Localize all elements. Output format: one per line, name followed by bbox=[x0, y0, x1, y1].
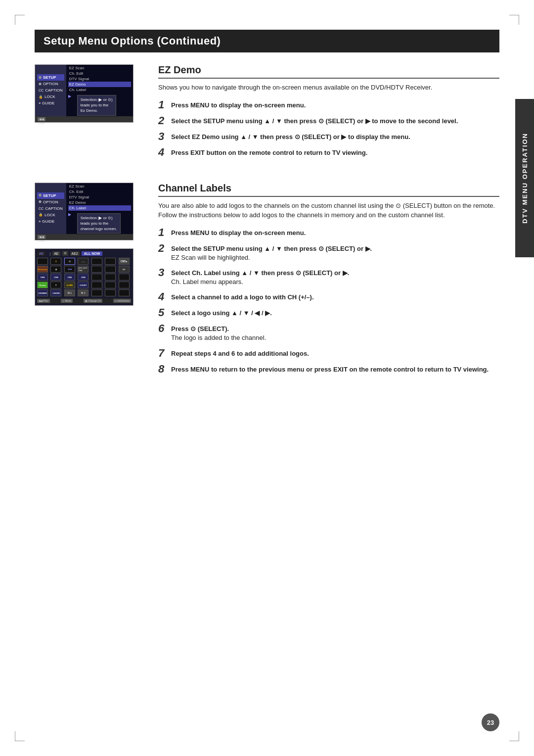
logo-cell: InTMN bbox=[64, 282, 75, 288]
logo-cell bbox=[91, 282, 102, 288]
menu2-item-guide: ≡ GUIDE bbox=[37, 218, 64, 225]
logo-cell bbox=[105, 282, 116, 288]
logo-cell: ✦ bbox=[50, 282, 61, 288]
menu-item-lock: 🔒 LOCK bbox=[37, 94, 64, 100]
logo-cell: CASMAN bbox=[37, 289, 48, 296]
cl-step-2-text: Select the SETUP menu using ▲ / ▼ then p… bbox=[171, 243, 372, 262]
logo-cell: —— bbox=[78, 258, 89, 265]
ez-demo-step-3: 3 Select EZ Demo using ▲ / ▼ then press … bbox=[158, 131, 499, 142]
logo-bottom-bar: ◀◀ Prev ◇ Move ▣ Change Ch ⊙ Add/Delete bbox=[37, 298, 131, 303]
step-2-number: 2 bbox=[158, 115, 167, 126]
cl-step-3: 3 Select Ch. Label using ▲ / ▼ then pres… bbox=[158, 267, 499, 286]
menu-screen-1: ⚙ SETUP ✿ OPTION CC CAPTION bbox=[35, 64, 134, 123]
submenu2-ezscan: EZ Scan bbox=[68, 184, 131, 189]
logo-cell bbox=[37, 258, 48, 265]
cl-step-8-number: 8 bbox=[158, 364, 167, 375]
logo-cell: M 1 bbox=[64, 289, 75, 296]
cl-step-2: 2 Select the SETUP menu using ▲ / ▼ then… bbox=[158, 243, 499, 262]
menu-item-setup: ⚙ SETUP bbox=[37, 74, 64, 81]
ez-demo-instructions: EZ Demo Shows you how to navigate throug… bbox=[158, 64, 499, 168]
channel-labels-description: You are also able to add logos to the ch… bbox=[158, 201, 499, 220]
channel-labels-section: ⚙ SETUP ✿ OPTION CC CAPTION bbox=[35, 183, 499, 384]
channel-labels-left: ⚙ SETUP ✿ OPTION CC CAPTION bbox=[35, 183, 143, 384]
cl-step-6-number: 6 bbox=[158, 323, 167, 334]
logo-cell bbox=[91, 289, 102, 296]
ez-demo-section: ⚙ SETUP ✿ OPTION CC CAPTION bbox=[35, 64, 499, 168]
logo-cell: ⊙ bbox=[64, 258, 75, 265]
submenu-ezdemo: EZ Demo bbox=[68, 82, 131, 87]
cl-step-7-text: Repeat steps 4 and 6 to add additional l… bbox=[171, 348, 309, 358]
logo-cell: QVC QVC CBS bbox=[78, 266, 89, 273]
ez-demo-step-1: 1 Press MENU to display the on-screen me… bbox=[158, 99, 499, 110]
logo-cell bbox=[91, 274, 102, 281]
logo-cell bbox=[91, 258, 102, 265]
logo-cell bbox=[105, 258, 116, 265]
ez-demo-description: Shows you how to navigate through the on… bbox=[158, 83, 499, 93]
ez-demo-title: EZ Demo bbox=[158, 64, 499, 79]
menu2-item-caption: CC CAPTION bbox=[37, 205, 64, 212]
channel-labels-instructions: Channel Labels You are also able to add … bbox=[158, 183, 499, 384]
cl-step-4-number: 4 bbox=[158, 291, 167, 302]
cl-step-1: 1 Press MENU to display the on-screen me… bbox=[158, 227, 499, 238]
logo-cell: M J bbox=[78, 289, 89, 296]
logo-cell bbox=[119, 289, 130, 296]
channel-labels-title: Channel Labels bbox=[158, 183, 499, 197]
submenu-ezscan: EZ Scan bbox=[68, 65, 131, 71]
menu2-item-lock: 🔒 LOCK bbox=[37, 212, 64, 218]
logo-cell: CNN bbox=[37, 274, 48, 281]
cl-step-7: 7 Repeat steps 4 and 6 to add additional… bbox=[158, 348, 499, 359]
logo-cell: CNN bbox=[50, 274, 61, 281]
submenu-chedit: Ch. Edit bbox=[68, 71, 131, 76]
menu-screen-2: ⚙ SETUP ✿ OPTION CC CAPTION bbox=[35, 183, 134, 241]
cl-step-5-text: Select a logo using ▲ / ▼ / ◀ / ▶. bbox=[171, 307, 272, 318]
menu-item-guide: ≡ GUIDE bbox=[37, 100, 64, 106]
logo-cell: CNN bbox=[64, 274, 75, 281]
logo-cell bbox=[91, 266, 102, 273]
logo-cell: CASNN bbox=[50, 289, 61, 296]
submenu-dtvsignal: DTV Signal bbox=[68, 76, 131, 82]
logo-cell: ☆ bbox=[50, 258, 61, 265]
logo-cell bbox=[105, 274, 116, 281]
logo-cell bbox=[105, 266, 116, 273]
submenu2-chlabel: Ch. Label bbox=[68, 205, 131, 211]
cl-step-3-number: 3 bbox=[158, 267, 167, 278]
ez-demo-steps: 1 Press MENU to display the on-screen me… bbox=[158, 99, 499, 158]
cl-step-4: 4 Select a channel to add a logo to with… bbox=[158, 291, 499, 302]
ez-demo-step-4: 4 Press EXIT button on the remote contro… bbox=[158, 147, 499, 158]
cl-step-3-text: Select Ch. Label using ▲ / ▼ then press … bbox=[171, 267, 349, 286]
cl-step-1-number: 1 bbox=[158, 227, 167, 238]
menu-prev-1: ◀◀ Prev bbox=[35, 116, 133, 122]
logo-top-bar: AE | AE ⊙ AE2 ALL NOW bbox=[37, 251, 131, 256]
submenu-popup-2: Selection (▶ or ⊙)leads you to thechanne… bbox=[77, 213, 121, 234]
logo-cell: CBS● bbox=[119, 258, 130, 265]
menu-prev-2: ◀◀ Prev bbox=[35, 234, 133, 240]
step-2-text: Select the SETUP menu using ▲ / ▼ then p… bbox=[171, 115, 458, 126]
ez-demo-menu-screenshot: ⚙ SETUP ✿ OPTION CC CAPTION bbox=[35, 64, 143, 168]
channel-labels-layout: ⚙ SETUP ✿ OPTION CC CAPTION bbox=[35, 183, 499, 384]
logo-cell: Disney bbox=[37, 282, 48, 288]
cl-step-4-text: Select a channel to add a logo to with C… bbox=[171, 291, 314, 302]
submenu-chlabel: Ch. Label bbox=[68, 87, 131, 93]
menu2-item-setup: ⚙ SETUP bbox=[37, 192, 64, 199]
cl-step-5: 5 Select a logo using ▲ / ▼ / ◀ / ▶. bbox=[158, 307, 499, 318]
cl-step-1-text: Press MENU to display the on-screen menu… bbox=[171, 227, 306, 237]
cl-step-6-text: Press ⊙ (SELECT).The logo is added to th… bbox=[171, 323, 266, 342]
cl-step-6: 6 Press ⊙ (SELECT).The logo is added to … bbox=[158, 323, 499, 342]
cl-step-8-text: Press MENU to return to the previous men… bbox=[171, 364, 489, 374]
menu-item-caption: CC CAPTION bbox=[37, 87, 64, 94]
cl-step-2-number: 2 bbox=[158, 243, 167, 254]
submenu2-ezdemo: EZ Demo bbox=[68, 200, 131, 205]
step-1-text: Press MENU to display the on-screen menu… bbox=[171, 99, 306, 110]
logo-cell: CNN bbox=[78, 274, 89, 281]
submenu2-dtvsignal: DTV Signal bbox=[68, 194, 131, 200]
channel-logo-screen: AE | AE ⊙ AE2 ALL NOW ☆ ⊙ —— bbox=[35, 248, 134, 306]
logo-cell: AH bbox=[119, 266, 130, 273]
logo-grid: ☆ ⊙ —— CBS● Discovery ✈ ⊙➡ QVC QVC CBS bbox=[37, 258, 131, 296]
menu2-item-option: ✿ OPTION bbox=[37, 199, 64, 205]
step-4-text: Press EXIT button on the remote control … bbox=[171, 147, 367, 157]
step-1-number: 1 bbox=[158, 99, 167, 110]
logo-cell: Discovery bbox=[37, 266, 48, 273]
step-3-number: 3 bbox=[158, 131, 167, 142]
menu-item-option: ✿ OPTION bbox=[37, 81, 64, 87]
logo-cell bbox=[119, 282, 130, 288]
